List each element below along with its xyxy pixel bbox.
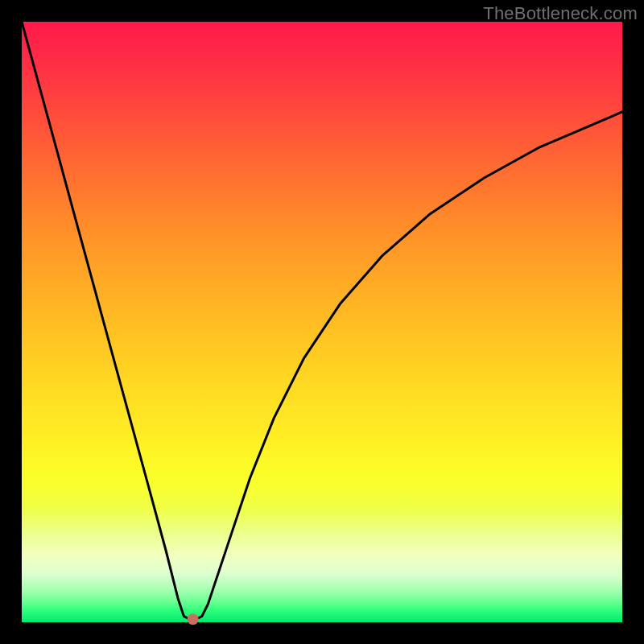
watermark-text: TheBottleneck.com [483,3,638,24]
bottleneck-marker [188,613,199,625]
bottleneck-curve [22,22,622,619]
chart-svg [22,22,622,622]
chart-frame: TheBottleneck.com [0,0,644,644]
chart-plot-area [22,22,622,622]
